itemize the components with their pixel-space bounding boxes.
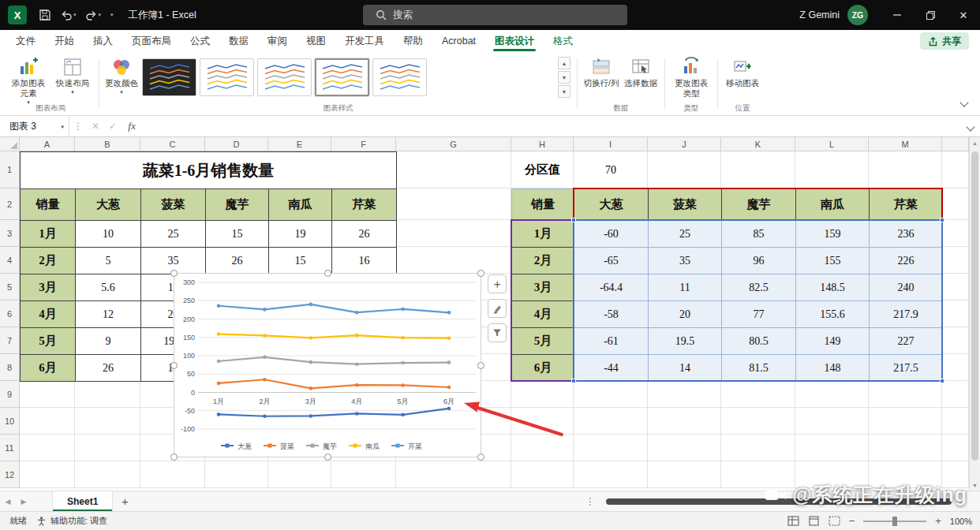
right-value-cell[interactable]: 25 <box>649 221 722 248</box>
grid-cell[interactable] <box>574 408 648 435</box>
chart-filters-button[interactable] <box>488 323 507 342</box>
chart-resize-handle[interactable] <box>170 362 178 369</box>
right-header-cell[interactable]: 魔芋 <box>722 189 796 221</box>
row-header-10[interactable]: 10 <box>0 408 20 435</box>
grid-cell[interactable] <box>721 408 795 435</box>
grid-cell[interactable] <box>20 408 75 435</box>
expand-formula-bar-button[interactable] <box>967 119 974 133</box>
chart-style-thumbnail-4[interactable] <box>315 58 369 96</box>
redo-button[interactable]: ▾ <box>82 5 105 25</box>
chart-resize-handle[interactable] <box>324 270 331 277</box>
right-value-cell[interactable]: -61 <box>574 328 649 355</box>
chart-styles-button[interactable] <box>488 299 507 318</box>
chart-style-thumbnail-2[interactable] <box>200 58 254 96</box>
right-value-cell[interactable]: -65 <box>574 248 649 274</box>
right-month-cell[interactable]: 3月 <box>512 274 574 301</box>
right-month-cell[interactable]: 4月 <box>512 301 574 328</box>
column-header-B[interactable]: B <box>75 137 140 151</box>
right-header-cell[interactable]: 大葱 <box>574 189 649 221</box>
partition-value-cell[interactable]: 70 <box>574 151 648 188</box>
grid-cell[interactable] <box>648 435 721 461</box>
sheetbar-dots[interactable]: ⋮ <box>585 496 595 507</box>
right-header-cell[interactable]: 销量 <box>512 189 574 221</box>
formula-input[interactable] <box>142 116 967 136</box>
right-value-cell[interactable]: 217.5 <box>870 355 943 382</box>
right-value-cell[interactable]: 81.5 <box>722 355 796 382</box>
column-header-I[interactable]: I <box>574 137 648 151</box>
right-month-cell[interactable]: 2月 <box>512 248 574 274</box>
tab-开始[interactable]: 开始 <box>45 30 84 52</box>
tab-公式[interactable]: 公式 <box>181 30 219 52</box>
grid-cell[interactable] <box>795 408 869 435</box>
chart-object[interactable]: -100-500501001502002503001月2月3月4月5月6月大葱菠… <box>174 273 481 457</box>
grid-cell[interactable] <box>268 461 331 488</box>
vertical-scrollbar[interactable]: ▲ ▼ <box>969 137 980 491</box>
column-header-K[interactable]: K <box>721 137 795 151</box>
row-header-9[interactable]: 9 <box>0 381 20 408</box>
left-value-cell[interactable]: 5 <box>76 248 141 274</box>
right-value-cell[interactable]: -60 <box>574 221 649 248</box>
left-header-cell[interactable]: 销量 <box>21 189 76 221</box>
grid-cell[interactable] <box>648 151 721 188</box>
row-header-6[interactable]: 6 <box>0 300 20 327</box>
zoom-slider-thumb[interactable] <box>892 517 897 526</box>
close-button[interactable]: ✕ <box>947 0 980 30</box>
right-value-cell[interactable]: 77 <box>722 301 796 328</box>
left-month-cell[interactable]: 3月 <box>21 274 76 301</box>
left-value-cell[interactable]: 26 <box>76 355 141 382</box>
left-header-cell[interactable]: 魔芋 <box>206 189 269 221</box>
right-value-cell[interactable]: 80.5 <box>722 328 796 355</box>
grid-cell[interactable] <box>869 151 942 188</box>
select-data-button[interactable]: 选择数据 <box>622 54 660 91</box>
grid-cell[interactable] <box>795 381 869 408</box>
zoom-slider[interactable] <box>863 521 926 522</box>
right-value-cell[interactable]: -58 <box>574 301 649 328</box>
grid-cell[interactable] <box>20 381 75 408</box>
normal-view-button[interactable] <box>787 516 799 526</box>
chart-resize-handle[interactable] <box>170 453 178 461</box>
left-month-cell[interactable]: 4月 <box>21 301 76 328</box>
column-header-F[interactable]: F <box>331 137 396 151</box>
chart-style-thumbnail-3[interactable] <box>257 58 312 96</box>
grid-cell[interactable] <box>942 247 969 274</box>
right-value-cell[interactable]: 149 <box>796 328 870 355</box>
tab-Acrobat[interactable]: Acrobat <box>432 30 485 52</box>
right-value-cell[interactable]: 155.6 <box>796 301 870 328</box>
grid-cell[interactable] <box>942 354 969 381</box>
tab-图表设计[interactable]: 图表设计 <box>485 30 544 52</box>
grid-cell[interactable] <box>942 274 969 300</box>
left-header-cell[interactable]: 菠菜 <box>141 189 206 221</box>
accessibility-status[interactable]: 辅助功能: 调查 <box>36 515 107 527</box>
grid-cell[interactable] <box>396 461 511 488</box>
right-value-cell[interactable]: -64.4 <box>574 274 649 301</box>
grid-cell[interactable] <box>942 381 969 408</box>
gallery-up-button[interactable]: ▲ <box>558 57 570 69</box>
collapse-ribbon-button[interactable] <box>961 95 967 109</box>
left-header-cell[interactable]: 南瓜 <box>269 189 332 221</box>
left-month-cell[interactable]: 2月 <box>21 248 76 274</box>
right-header-cell[interactable]: 芹菜 <box>870 189 943 221</box>
grid-cell[interactable] <box>75 408 140 435</box>
grid-cell[interactable] <box>396 220 511 247</box>
grid-cell[interactable] <box>869 435 942 461</box>
tab-文件[interactable]: 文件 <box>6 30 45 52</box>
tab-数据[interactable]: 数据 <box>219 30 258 52</box>
right-value-cell[interactable]: 11 <box>649 274 722 301</box>
right-month-cell[interactable]: 6月 <box>512 355 574 382</box>
next-sheet-arrow[interactable]: ▶ <box>16 498 32 506</box>
prev-sheet-arrow[interactable]: ◀ <box>0 498 16 506</box>
left-header-cell[interactable]: 大葱 <box>76 189 141 221</box>
right-value-cell[interactable]: 155 <box>796 248 870 274</box>
left-value-cell[interactable]: 12 <box>76 301 141 328</box>
grid-cell[interactable] <box>942 188 969 220</box>
grid-cell[interactable] <box>511 461 574 488</box>
grid-cell[interactable] <box>942 327 969 354</box>
tab-格式[interactable]: 格式 <box>544 30 582 52</box>
right-value-cell[interactable]: 217.9 <box>870 301 943 328</box>
grid-cell[interactable] <box>869 381 942 408</box>
right-value-cell[interactable]: 227 <box>870 328 943 355</box>
grid-cell[interactable] <box>574 381 648 408</box>
chart-style-thumbnail-1[interactable] <box>142 58 196 96</box>
grid-cell[interactable] <box>648 381 721 408</box>
change-chart-type-button[interactable]: 更改图表类型 <box>670 54 713 101</box>
